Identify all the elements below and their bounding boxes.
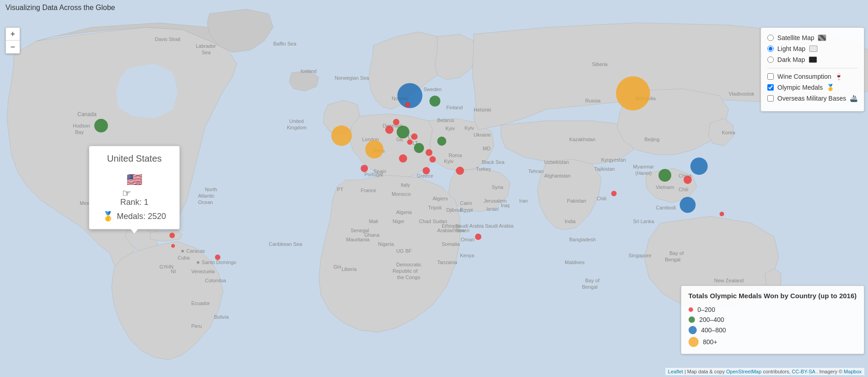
svg-text:Korea: Korea — [722, 130, 735, 135]
bubble-france[interactable] — [365, 140, 383, 158]
bubble-italy[interactable] — [399, 154, 407, 163]
layer-item-wine[interactable]: Wine Consumption 🍷 — [767, 71, 858, 82]
bubble-new_zealand[interactable] — [720, 212, 724, 216]
checkbox-wine[interactable] — [767, 73, 774, 80]
svg-text:MD: MD — [483, 146, 490, 151]
layer-label-military: Overseas Military Bases — [777, 95, 846, 102]
bubble-brazil[interactable] — [215, 255, 220, 260]
layer-label-dark: Dark Map — [777, 56, 805, 63]
svg-text:Chad: Chad — [419, 219, 431, 224]
osm-link[interactable]: OpenStreetMap — [726, 369, 761, 374]
bubble-russia[interactable] — [616, 76, 650, 111]
bubble-south_korea[interactable] — [684, 176, 692, 184]
svg-text:Beijing: Beijing — [644, 137, 659, 142]
radio-dark[interactable] — [767, 56, 774, 63]
legend-item: 200–400 — [689, 315, 857, 325]
layer-item-satellite[interactable]: Satellite Map — [767, 32, 858, 43]
bubble-poland[interactable] — [411, 133, 418, 140]
svg-text:North: North — [205, 187, 217, 192]
bubble-spain[interactable] — [361, 165, 368, 172]
bubble-kenya[interactable] — [475, 234, 481, 240]
svg-text:Atlantic: Atlantic — [198, 193, 215, 199]
layer-label-satellite: Satellite Map — [777, 34, 814, 41]
svg-text:Mauritania: Mauritania — [346, 237, 370, 242]
svg-text:Israel: Israel — [486, 206, 499, 212]
svg-text:Sweden: Sweden — [424, 87, 442, 92]
map-container[interactable]: Hudson Bay North Atlantic Ocean Iceland … — [0, 0, 868, 377]
svg-text:NI: NI — [171, 269, 176, 274]
military-icon: 🚢 — [850, 95, 858, 102]
checkbox-military[interactable] — [767, 95, 774, 102]
svg-text:Cuba: Cuba — [178, 255, 190, 260]
leaflet-link[interactable]: Leaflet — [668, 369, 683, 374]
svg-text:Senegal: Senegal — [351, 228, 369, 233]
svg-text:Pakistan: Pakistan — [567, 198, 586, 204]
bubble-uk[interactable] — [332, 126, 352, 146]
bubble-denmark[interactable] — [393, 119, 399, 125]
layer-item-medals[interactable]: Olympic Medals 🥇 — [767, 82, 858, 93]
bubble-cuba2[interactable] — [171, 244, 175, 248]
svg-text:Kyrgyzstan: Kyrgyzstan — [601, 157, 626, 163]
zoom-out-button[interactable]: − — [6, 41, 20, 53]
svg-text:Caribbean Sea: Caribbean Sea — [269, 241, 302, 247]
svg-text:Colombia: Colombia — [205, 278, 226, 283]
svg-text:Iran: Iran — [519, 198, 528, 204]
svg-text:Helsinki: Helsinki — [474, 107, 491, 112]
bubble-romania[interactable] — [426, 149, 433, 156]
overlay-section: Wine Consumption 🍷 Olympic Medals 🥇 Over… — [767, 71, 858, 104]
svg-text:Tripoli: Tripoli — [428, 205, 442, 210]
bubble-australia[interactable] — [680, 197, 696, 213]
bubble-netherlands[interactable] — [385, 126, 393, 134]
svg-text:Tanzania: Tanzania — [437, 260, 458, 265]
bubble-sweden_dot[interactable] — [405, 102, 410, 107]
zoom-controls[interactable]: + − — [5, 27, 20, 54]
page-title: Visualizing Data Across the Globe — [5, 4, 115, 12]
bubble-hungary[interactable] — [414, 143, 424, 153]
country-popup: United States 🇺🇸 Rank: 1 🥇 Medals: 2520 — [89, 146, 180, 229]
svg-text:PT: PT — [337, 187, 343, 192]
bubble-china[interactable] — [659, 169, 671, 182]
svg-text:Myanmar: Myanmar — [633, 164, 654, 169]
popup-country-name: United States — [98, 153, 170, 164]
legend-panel: Totals Olympic Medals Won by Country (up… — [681, 285, 865, 355]
svg-text:Sea: Sea — [202, 50, 211, 55]
layer-item-dark[interactable]: Dark Map — [767, 54, 858, 65]
bubble-chile[interactable] — [611, 191, 617, 196]
bubble-canada[interactable] — [94, 119, 108, 132]
bubble-finland[interactable] — [429, 96, 440, 107]
svg-text:Cairo: Cairo — [460, 200, 472, 206]
radio-satellite[interactable] — [767, 35, 774, 41]
bubble-ukraine[interactable] — [437, 137, 446, 146]
svg-text:Portugal: Portugal — [364, 172, 383, 177]
svg-text:Vietnam: Vietnam — [656, 184, 674, 190]
bubble-greece[interactable] — [423, 167, 430, 174]
svg-text:Kyiv: Kyiv — [465, 125, 474, 131]
svg-text:Nigeria: Nigeria — [378, 241, 394, 247]
bubble-czech[interactable] — [407, 139, 413, 145]
svg-text:Democratic: Democratic — [396, 262, 422, 267]
svg-text:Uzbekistan: Uzbekistan — [544, 159, 569, 165]
svg-text:Russia: Russia — [585, 98, 601, 103]
svg-text:Morocco: Morocco — [392, 191, 411, 197]
bubble-bulgaria[interactable] — [429, 156, 436, 163]
layer-control-panel[interactable]: Satellite Map Light Map Dark Map Wine Co… — [761, 27, 864, 112]
bubble-germany[interactable] — [397, 126, 409, 138]
svg-text:Vladivostok: Vladivostok — [729, 91, 755, 97]
layer-item-military[interactable]: Overseas Military Bases 🚢 — [767, 93, 858, 104]
svg-text:Syria: Syria — [492, 184, 504, 190]
cc-link[interactable]: CC-BY-SA — [792, 369, 815, 374]
bubble-japan[interactable] — [690, 158, 708, 175]
radio-light[interactable] — [767, 46, 774, 52]
svg-text:Canada: Canada — [77, 111, 97, 117]
svg-text:Bay of: Bay of — [669, 250, 684, 256]
bubble-cuba[interactable] — [169, 233, 175, 238]
svg-text:New Zealand: New Zealand — [714, 278, 744, 283]
checkbox-medals[interactable] — [767, 84, 774, 91]
zoom-in-button[interactable]: + — [6, 28, 20, 41]
legend-item: 0–200 — [689, 305, 857, 315]
layer-item-light[interactable]: Light Map — [767, 43, 858, 54]
layer-label-wine: Wine Consumption — [777, 73, 831, 80]
layer-label-light: Light Map — [777, 45, 805, 52]
bubble-turkey[interactable] — [456, 167, 464, 175]
mapbox-link[interactable]: Mapbox — [844, 369, 862, 374]
